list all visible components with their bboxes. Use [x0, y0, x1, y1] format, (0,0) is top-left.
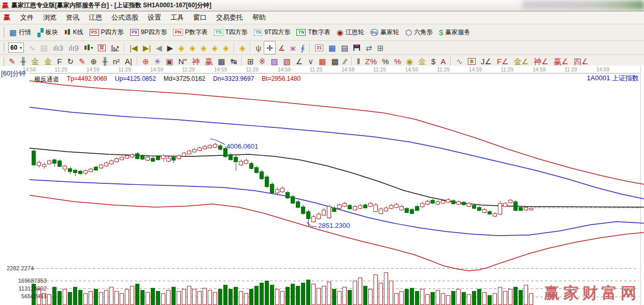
toolbar-drag-handle[interactable]	[2, 43, 4, 52]
percent-line-icon: %	[394, 57, 401, 65]
menu-item-江恩[interactable]: 江恩	[84, 12, 107, 23]
diamond-hboth-button[interactable]: ◈	[198, 41, 209, 54]
calculator-icon: ▦	[328, 44, 336, 52]
notepad-button[interactable]: ▤	[338, 41, 351, 54]
market-quotes-button[interactable]: ▦行情	[6, 24, 34, 40]
n-marks-icon: Ν″	[178, 57, 187, 65]
menu-item-浏览[interactable]: 浏览	[38, 12, 61, 23]
notepad-icon: ▤	[341, 44, 348, 52]
time-axis-label: 11:29	[437, 67, 450, 72]
toolbar-separator	[124, 42, 125, 53]
candle-type-button[interactable]: ▾	[81, 41, 95, 54]
pen-icon: ✎	[9, 57, 16, 65]
diamond-compress-button[interactable]: ◈	[220, 41, 232, 54]
bars-3-button[interactable]: ılı3	[50, 41, 66, 54]
9p-square-label: 9P四方形	[141, 28, 167, 37]
f-angle-icon: F∠	[497, 57, 509, 65]
multi-kline-button[interactable]: 双	[95, 41, 108, 54]
color-chart-button[interactable]	[108, 41, 122, 54]
hand-tool-button[interactable]: ψ	[253, 41, 264, 54]
menu-item-文件[interactable]: 文件	[16, 12, 38, 23]
a-mirror-icon: A|	[125, 57, 132, 65]
toolbar-main: ▦行情▞板块K线PSP四方形P99P四方形PNP数字表TST四方形T99T四方形…	[0, 24, 644, 41]
menu-item-交易委托[interactable]: 交易委托	[211, 12, 248, 23]
winner-service-button[interactable]: $赢家服务	[436, 24, 473, 40]
si-angle-icon: 四∠	[574, 57, 588, 65]
time-axis-label: 11:29	[501, 67, 513, 72]
chart-area[interactable]: [60]分钟 极反通道 Tp=4492.9069Up=4125.0852Md=3…	[0, 66, 644, 305]
nav-next-button[interactable]: ▶	[165, 41, 176, 54]
diamond-left-button[interactable]: ◈	[176, 41, 187, 54]
notes-disabled-button[interactable]: ▤	[38, 41, 50, 54]
boxed-web-icon: ▣	[166, 57, 173, 65]
calculator-button[interactable]: ▦	[326, 41, 338, 54]
t-number-table-icon: TN	[296, 29, 306, 36]
menu-item-公式选股[interactable]: 公式选股	[107, 12, 143, 23]
9p-square-icon: P9	[130, 29, 139, 36]
time-axis-label: 11:29	[55, 67, 67, 72]
menu-item-工具[interactable]: 工具	[166, 12, 189, 23]
titlebar-blurred-region	[522, 1, 644, 9]
time-axis-label: 14:59	[150, 67, 163, 72]
bars-9-button[interactable]: ılı9	[66, 41, 81, 54]
winner-wheel-button[interactable]: Big赢家轮	[367, 24, 402, 40]
remote-pc-button[interactable]: ⊞	[375, 41, 387, 54]
nav-prev-button[interactable]: ◀	[153, 41, 165, 54]
t-number-table-button[interactable]: TNT数字表	[293, 24, 333, 40]
menu-item-资讯[interactable]: 资讯	[61, 12, 84, 23]
crosshair-tool-button[interactable]: ✛	[264, 41, 276, 54]
9t-square-icon: T9	[254, 29, 263, 36]
diamond-right-button[interactable]: ◈	[187, 41, 198, 54]
angle-measure-icon: ∡	[278, 44, 285, 52]
calendar-button[interactable]: 21	[312, 41, 326, 54]
nav-next-icon: ▶	[167, 44, 174, 52]
calendar-icon: 21	[315, 45, 323, 51]
gann-grid-tool-button[interactable]: ж	[288, 41, 298, 54]
shade-dark-icon: ▧	[283, 57, 291, 65]
hexagon-button[interactable]: ⬡六角形	[402, 24, 436, 40]
time-axis-label: 14:59	[23, 67, 36, 72]
winner-service-label: 赢家服务	[446, 28, 470, 37]
net-sync-button[interactable]: ⇄	[363, 41, 375, 54]
application-window: 赢 赢家江恩专业版[赢家内部服务平台] - [上证指数 SH1A0001-167…	[0, 0, 644, 305]
winner-wheel-icon: Big	[370, 29, 378, 36]
t-square-button[interactable]: TST四方形	[211, 24, 251, 40]
angle-measure-button[interactable]: ∡	[276, 41, 288, 54]
save-button[interactable]	[351, 41, 363, 54]
toolbar-drag-handle[interactable]	[2, 57, 4, 66]
grid-ticks-icon: ╫	[21, 57, 26, 65]
title-bar: 赢 赢家江恩专业版[赢家内部服务平台] - [上证指数 SH1A0001-167…	[0, 0, 644, 11]
circle-grid-icon: ⊕	[91, 57, 97, 65]
menu-item-帮助[interactable]: 帮助	[248, 12, 270, 23]
channel-lines-layer	[30, 81, 644, 271]
nav-last-button[interactable]: ▶|	[140, 41, 153, 54]
nav-prev-icon: ◀	[156, 44, 162, 52]
toolbar-separator	[450, 56, 451, 66]
p-number-table-button[interactable]: PNP数字表	[170, 24, 211, 40]
notes-disabled-icon: ▤	[40, 44, 48, 52]
volume-scale-label: 169687353	[5, 278, 47, 284]
wave-tool-button[interactable]: ∮	[298, 41, 307, 54]
nav-first-button[interactable]: |◀	[127, 41, 140, 54]
wave-tool-icon: ∮	[300, 44, 305, 52]
spiral-icon: ↻	[67, 57, 74, 65]
menu-item-窗口[interactable]: 窗口	[189, 12, 211, 23]
menu-item-设置[interactable]: 设置	[143, 12, 166, 23]
p-square-button[interactable]: PSP四方形	[87, 24, 127, 40]
ying-tool-icon: 赢	[205, 57, 213, 65]
9t-square-button[interactable]: T99T四方形	[251, 24, 294, 40]
kline-button[interactable]: K线	[61, 24, 87, 40]
diamond-center-button[interactable]: ◈	[237, 41, 248, 54]
gann-wheel-button[interactable]: ◉江恩轮	[334, 24, 367, 40]
chart-canvas[interactable]	[0, 66, 644, 305]
menu-bar: 赢 文件浏览资讯江恩公式选股设置工具窗口交易委托帮助	[0, 11, 644, 24]
sectors-button[interactable]: ▞板块	[34, 24, 61, 40]
gann-wheel-label: 江恩轮	[346, 28, 364, 37]
net-sync-icon: ⇄	[365, 44, 372, 52]
gold-box-icon: 金	[468, 58, 476, 65]
zigzag-disabled-button[interactable]: ∿	[26, 41, 38, 54]
period-dropdown[interactable]: 60 ▾	[8, 42, 24, 53]
toolbar-drag-handle[interactable]	[2, 27, 4, 38]
9p-square-button[interactable]: P99P四方形	[127, 24, 170, 40]
diamond-expand-button[interactable]: ◈	[209, 41, 221, 54]
